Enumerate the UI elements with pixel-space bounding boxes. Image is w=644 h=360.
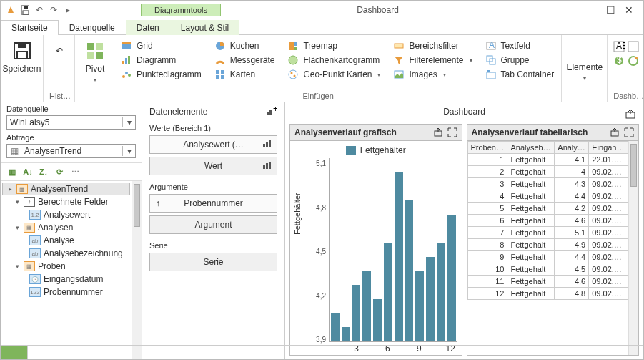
pie-icon [214,40,226,52]
table-row[interactable]: 11Fettgehalt4,609.02.… [467,276,628,288]
tree-leaf-eingang[interactable]: 🕒Eingangsdatum [1,273,132,286]
color-tool-icon[interactable] [628,55,639,67]
slot-probennr[interactable]: ↑Probennummer [149,194,277,213]
sort-asc-icon[interactable]: A↓ [22,166,34,177]
more-icon[interactable]: ⋯ [69,166,81,177]
slot-wert[interactable]: Wert [149,157,277,175]
treemap-icon [287,40,299,52]
add-element-icon[interactable]: + [266,107,277,116]
history-button[interactable]: ↶ [49,38,69,64]
col-analy[interactable]: Analy… [555,142,589,154]
chevron-down-icon[interactable]: ▾ [122,146,135,156]
elemente-button[interactable]: Elemente ▾ [568,38,601,84]
maximize-icon[interactable] [624,127,634,137]
refresh-icon[interactable]: ⟳ [54,166,65,177]
tab-daten[interactable]: Daten [126,20,170,35]
tab-datenquelle[interactable]: Datenquelle [59,20,126,35]
qat-more-icon[interactable]: ▸ [64,6,72,14]
save-button[interactable]: Speichern [6,38,37,77]
grid-icon [121,40,132,52]
abfrage-combo[interactable]: ▦ AnalysenTrend ▾ [6,144,136,158]
svg-rect-26 [294,47,297,50]
treemap-item[interactable]: Treemap [286,39,382,52]
tree-leaf-analysebez[interactable]: abAnalysebezeichnung [1,247,132,260]
col-proben[interactable]: Proben… [467,142,507,154]
table-scrollbar[interactable] [628,141,638,355]
table-row[interactable]: 6Fettgehalt4,609.02.… [467,215,628,227]
history-label: Hist… [49,92,69,100]
maximize-button[interactable]: ☐ [603,4,618,16]
datenquelle-combo[interactable]: WinLaisy5 ▾ [6,115,136,130]
minimize-button[interactable]: — [585,4,599,16]
slot-serie[interactable]: Serie [149,253,277,271]
table-row[interactable]: 9Fettgehalt4,409.02.… [467,251,628,263]
title-tool-icon[interactable]: AB [613,41,625,52]
tab-startseite[interactable]: Startseite [1,20,59,35]
choropleth-icon [287,54,299,66]
svg-rect-57 [611,131,618,136]
filter-item[interactable]: Filterelemente▾ [392,54,473,67]
ribbon-tabs: Startseite Datenquelle Daten Layout & St… [1,19,643,35]
panel-table: Analysenverlauf tabellarisch Proben… Ana… [467,124,640,356]
table-row[interactable]: 10Fettgehalt4,509.02.… [467,263,628,276]
bar [362,271,371,341]
grid-item[interactable]: Grid [119,39,203,52]
tab-layout[interactable]: Layout & Stil [170,20,239,35]
gruppe-item[interactable]: Gruppe [484,54,556,67]
pivot-button[interactable]: Pivot ▾ [81,38,109,86]
redo-icon[interactable]: ↷ [49,6,58,14]
sort-desc-icon[interactable]: Z↓ [38,166,49,177]
currency-green-icon[interactable]: $ [613,55,625,67]
table-row[interactable]: 3Fettgehalt4,309.02.… [467,178,628,190]
tree-node-analysen[interactable]: ▾▦Analysen [1,221,132,234]
diagramm-item[interactable]: Diagramm [119,54,203,67]
maximize-icon[interactable] [447,127,457,137]
export-icon[interactable] [610,127,620,137]
table-row[interactable]: 5Fettgehalt4,209.02.… [467,203,628,215]
svg-point-29 [291,72,293,74]
textfeld-item[interactable]: ATextfeld [484,39,556,52]
karten-item[interactable]: Karten [213,68,277,81]
svg-text:+: + [273,107,277,114]
svg-rect-41 [628,42,638,52]
table-row[interactable]: 12Fettgehalt4,809.02.… [467,288,628,300]
table-row[interactable]: 7Fettgehalt5,109.02.… [467,227,628,239]
bereich-item[interactable]: Bereichsfilter [392,39,473,52]
table-row[interactable]: 1Fettgehalt4,122.01.… [467,154,628,166]
table-row[interactable]: 8Fettgehalt4,909.02.… [467,239,628,251]
images-item[interactable]: Images▾ [392,68,473,81]
col-eingang[interactable]: Eingan… [589,142,628,154]
flachen-item[interactable]: Flächenkartogramm [286,54,382,67]
table-row[interactable]: 2Fettgehalt409.02.… [467,166,628,178]
export-icon[interactable] [625,108,636,120]
tree-leaf-analysewert[interactable]: 1.2Analysewert [1,208,132,221]
punkte-item[interactable]: Punktediagramm [119,68,203,81]
kuchen-item[interactable]: Kuchen [213,39,277,52]
close-button[interactable]: ✕ [622,4,636,16]
col-analyseb[interactable]: Analyseb… [507,142,555,154]
geo-item[interactable]: Geo-Punkt Karten▾ [286,68,382,81]
ribbon: Speichern ↶ Hist… Pivot ▾ Grid Diagramm … [1,35,643,102]
group-icon[interactable]: ▦ [6,166,18,177]
export-icon[interactable] [433,127,443,137]
save-icon[interactable] [21,6,29,14]
undo-icon[interactable]: ↶ [35,6,44,14]
slot-argument[interactable]: Argument [149,215,277,234]
tree-leaf-analyse[interactable]: abAnalyse [1,234,132,247]
tab-container-item[interactable]: Tab Container [484,68,556,81]
slot-analysewert[interactable]: Analysewert (… [149,135,277,154]
argumente-title: Argumente [149,183,277,191]
currency-tool-icon[interactable] [628,41,639,52]
chevron-down-icon[interactable]: ▾ [122,117,135,127]
tree-root[interactable]: ▸▦AnalysenTrend [2,183,130,195]
tree-toolbar: ▦ A↓ Z↓ ⟳ ⋯ [1,162,142,181]
tree-scrollbar[interactable] [132,181,142,360]
svg-rect-52 [263,165,265,169]
table-row[interactable]: 4Fettgehalt4,409.02.… [467,190,628,203]
svg-text:AB: AB [616,41,625,51]
tree-leaf-probennr[interactable]: 123Probennummer [1,286,132,298]
mess-item[interactable]: Messgeräte [213,54,277,67]
tree-node-proben[interactable]: ▾▦Proben [1,260,132,273]
tree-node-berech[interactable]: ▾fBerechnete Felder [1,195,132,208]
svg-rect-56 [435,131,442,136]
